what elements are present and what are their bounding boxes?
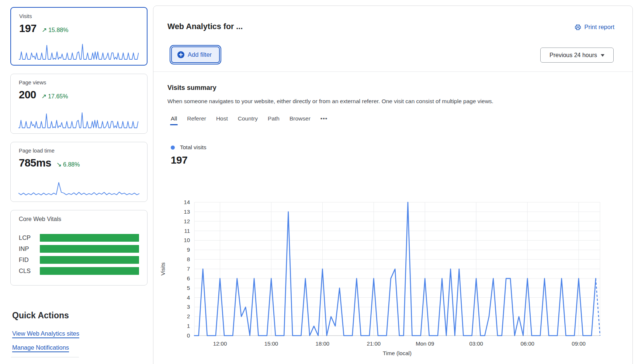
- svg-text:4: 4: [187, 294, 190, 301]
- visits-summary-description: When someone navigates to your website, …: [167, 98, 493, 105]
- svg-text:8: 8: [187, 256, 190, 262]
- svg-text:5: 5: [187, 285, 190, 291]
- vital-label: CLS: [19, 267, 40, 274]
- tab-country[interactable]: Country: [238, 115, 258, 125]
- page-load-value: 785ms: [19, 157, 51, 169]
- visits-value: 197: [19, 22, 37, 35]
- svg-text:0: 0: [187, 332, 190, 339]
- svg-text:3: 3: [187, 304, 190, 310]
- svg-text:12: 12: [184, 218, 190, 224]
- tab-all[interactable]: All: [171, 115, 177, 125]
- vital-row-cls: CLS: [19, 267, 139, 275]
- divider: [11, 357, 79, 357]
- vital-label: LCP: [19, 234, 40, 241]
- svg-text:18:00: 18:00: [316, 340, 330, 347]
- card-title: Page load time: [19, 148, 139, 154]
- svg-text:Time (local): Time (local): [383, 350, 412, 356]
- vital-bar: [40, 256, 139, 264]
- add-filter-button[interactable]: Add filter: [171, 46, 220, 63]
- vital-row-fid: FID: [19, 256, 139, 264]
- vital-bar: [40, 267, 139, 275]
- visits-line-chart[interactable]: 0123456789101112131412:0015:0018:0021:00…: [153, 192, 632, 363]
- page-load-trend: ↘6.88%: [56, 161, 80, 168]
- page-views-value: 200: [19, 89, 36, 101]
- summary-tabs: AllRefererHostCountryPathBrowser•••: [171, 115, 327, 125]
- svg-text:6: 6: [187, 275, 190, 281]
- svg-text:Mon 09: Mon 09: [416, 340, 434, 347]
- svg-text:13: 13: [184, 209, 190, 215]
- svg-text:09:00: 09:00: [572, 340, 586, 347]
- print-report-button[interactable]: Print report: [575, 24, 614, 31]
- trend-up-icon: ↗: [41, 93, 46, 100]
- page-title: Web Analytics for ...: [167, 22, 243, 31]
- page-views-trend: ↗17.65%: [41, 92, 68, 100]
- visits-trend: ↗15.88%: [42, 26, 69, 34]
- svg-text:03:00: 03:00: [469, 340, 483, 347]
- vital-label: FID: [19, 256, 40, 263]
- card-visits[interactable]: Visits 197 ↗15.88%: [10, 7, 148, 66]
- svg-text:15:00: 15:00: [264, 340, 278, 347]
- card-title: Core Web Vitals: [19, 216, 139, 223]
- visits-sparkline: [19, 43, 140, 60]
- main-panel: Web Analytics for ... Print report Add f…: [153, 6, 633, 364]
- svg-text:21:00: 21:00: [367, 340, 381, 347]
- vital-bar: [40, 234, 139, 242]
- svg-text:2: 2: [187, 313, 190, 319]
- plus-circle-icon: [177, 51, 184, 58]
- page-load-sparkline: [18, 180, 139, 197]
- card-title: Page views: [19, 80, 139, 85]
- svg-text:11: 11: [184, 228, 190, 234]
- card-core-web-vitals[interactable]: Core Web Vitals LCPINPFIDCLS: [10, 210, 148, 286]
- tab-path[interactable]: Path: [268, 115, 280, 125]
- legend-label: Total visits: [180, 144, 207, 151]
- total-visits-value: 197: [171, 154, 187, 166]
- vital-row-inp: INP: [19, 245, 139, 253]
- tab-referer[interactable]: Referer: [187, 115, 206, 125]
- svg-text:1: 1: [187, 323, 190, 329]
- trend-down-icon: ↘: [56, 161, 62, 168]
- svg-text:10: 10: [184, 237, 190, 243]
- visits-summary-title: Visits summary: [167, 84, 216, 92]
- chevron-down-icon: [601, 54, 604, 57]
- core-web-vitals-rows: LCPINPFIDCLS: [19, 234, 139, 275]
- page-views-sparkline: [18, 112, 139, 129]
- svg-text:12:00: 12:00: [213, 340, 227, 347]
- divider: [153, 71, 632, 72]
- tab-browser[interactable]: Browser: [289, 115, 311, 125]
- time-range-dropdown[interactable]: Previous 24 hours: [540, 48, 614, 63]
- chart-legend: Total visits: [171, 144, 207, 151]
- card-title: Visits: [19, 13, 139, 19]
- card-page-load-time[interactable]: Page load time 785ms ↘6.88%: [10, 142, 148, 202]
- card-page-views[interactable]: Page views 200 ↗17.65%: [10, 74, 148, 134]
- vital-label: INP: [19, 245, 40, 252]
- svg-text:9: 9: [187, 246, 190, 253]
- vital-row-lcp: LCP: [19, 234, 139, 242]
- legend-dot-icon: [171, 146, 175, 150]
- printer-icon: [575, 24, 581, 31]
- vital-bar: [40, 245, 139, 253]
- svg-text:Visits: Visits: [160, 262, 166, 276]
- tab-more[interactable]: •••: [320, 115, 327, 125]
- view-web-analytics-sites-link[interactable]: View Web Analytics sites: [12, 330, 79, 337]
- svg-text:7: 7: [187, 266, 190, 272]
- tab-host[interactable]: Host: [216, 115, 228, 125]
- trend-up-icon: ↗: [42, 27, 47, 34]
- svg-text:14: 14: [184, 199, 190, 205]
- svg-text:06:00: 06:00: [520, 340, 534, 347]
- manage-notifications-link[interactable]: Manage Notifications: [12, 344, 69, 351]
- quick-actions-title: Quick Actions: [12, 311, 69, 321]
